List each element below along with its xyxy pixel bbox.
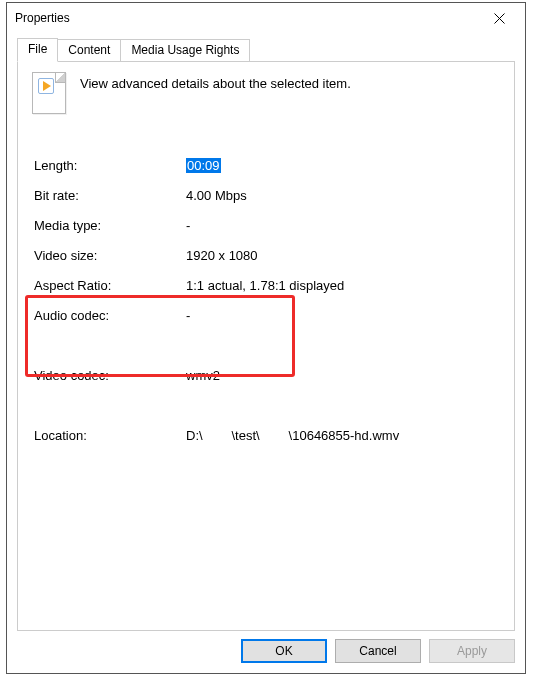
properties-list: Length: 00:09 Bit rate: 4.00 Mbps Media … (30, 130, 502, 450)
tab-media-usage-rights[interactable]: Media Usage Rights (120, 39, 250, 61)
length-label: Length: (34, 158, 186, 173)
aspect-label: Aspect Ratio: (34, 278, 186, 293)
tab-panel-file: View advanced details about the selected… (17, 61, 515, 631)
videocodec-label: Video codec: (34, 368, 186, 383)
location-value: D:\ \test\ \10646855-hd.wmv (186, 428, 498, 443)
videosize-label: Video size: (34, 248, 186, 263)
close-icon (494, 13, 505, 24)
bitrate-value: 4.00 Mbps (186, 188, 498, 203)
ok-button[interactable]: OK (241, 639, 327, 663)
tab-content[interactable]: Content (57, 39, 121, 61)
properties-dialog: Properties File Content Media Usage Righ… (6, 2, 526, 674)
location-label: Location: (34, 428, 186, 443)
close-button[interactable] (477, 4, 521, 32)
titlebar: Properties (7, 3, 525, 33)
mediatype-value: - (186, 218, 498, 233)
audiocodec-value: - (186, 308, 498, 323)
tab-file[interactable]: File (17, 38, 58, 62)
media-file-icon (32, 72, 66, 114)
content-area: File Content Media Usage Rights View adv… (7, 33, 525, 673)
audiocodec-label: Audio codec: (34, 308, 186, 323)
bitrate-label: Bit rate: (34, 188, 186, 203)
length-value: 00:09 (186, 158, 498, 173)
mediatype-label: Media type: (34, 218, 186, 233)
intro-text: View advanced details about the selected… (80, 72, 351, 91)
videosize-value: 1920 x 1080 (186, 248, 498, 263)
aspect-value: 1:1 actual, 1.78:1 displayed (186, 278, 498, 293)
tabs: File Content Media Usage Rights (17, 37, 515, 61)
dialog-buttons: OK Cancel Apply (17, 631, 515, 663)
window-title: Properties (15, 11, 477, 25)
cancel-button[interactable]: Cancel (335, 639, 421, 663)
play-icon (38, 78, 54, 94)
apply-button: Apply (429, 639, 515, 663)
videocodec-value: wmv2 (186, 368, 498, 383)
